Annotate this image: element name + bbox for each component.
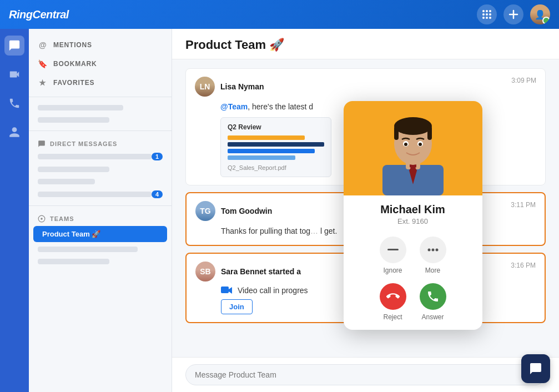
svg-rect-19 — [427, 126, 432, 140]
user-avatar-header[interactable]: 👤 — [530, 4, 550, 24]
dm-placeholder-4 — [38, 192, 152, 197]
svg-point-1 — [486, 10, 488, 12]
team-product-team[interactable]: Product Team 🚀 — [33, 226, 167, 242]
svg-point-4 — [486, 13, 488, 16]
avatar-lisa: LN — [195, 77, 215, 97]
more-label: More — [425, 267, 440, 274]
nav-sidebar: @ MENTIONS 🔖 BOOKMARK ★ FAVORITES DIRECT… — [29, 29, 172, 392]
bookmark-item[interactable]: 🔖 BOOKMARK — [29, 54, 172, 73]
svg-point-26 — [431, 249, 434, 252]
svg-rect-24 — [387, 249, 399, 250]
caller-face-svg — [374, 104, 452, 195]
svg-point-25 — [427, 249, 430, 252]
messages-nav-button[interactable] — [4, 36, 24, 56]
header-actions: 👤 — [477, 4, 550, 24]
phone-nav-button[interactable] — [4, 93, 24, 113]
app-header: RingCentral 👤 — [0, 0, 559, 29]
answer-icon-circle — [420, 283, 446, 310]
svg-point-17 — [394, 117, 432, 135]
nav-placeholder-6 — [38, 259, 109, 264]
contacts-nav-button[interactable] — [4, 122, 24, 142]
reject-button[interactable]: Reject — [380, 283, 406, 321]
direct-messages-header: DIRECT MESSAGES — [29, 135, 172, 150]
ignore-icon-circle — [380, 237, 406, 263]
answer-label: Answer — [421, 313, 444, 321]
svg-point-8 — [489, 17, 491, 19]
app-logo: RingCentral — [9, 8, 69, 21]
svg-rect-18 — [394, 126, 399, 140]
caller-photo — [344, 101, 482, 195]
nav-placeholder-5 — [38, 247, 138, 252]
svg-point-0 — [482, 10, 485, 12]
join-button[interactable]: Join — [221, 299, 253, 314]
avatar-tom: TG — [195, 201, 215, 221]
msg-sender-2: Tom Goodwin — [221, 207, 272, 215]
bar-3 — [228, 149, 315, 153]
msg-sender-3: Sara Bennet started a — [221, 267, 301, 276]
mentions-item[interactable]: @ MENTIONS — [29, 36, 172, 54]
svg-point-3 — [482, 13, 485, 16]
dm-item-4[interactable]: 4 — [38, 190, 163, 198]
teams-header: TEAMS — [29, 210, 172, 225]
dm-placeholder-1 — [38, 154, 152, 159]
nav-divider-3 — [29, 205, 172, 206]
bar-4 — [228, 155, 295, 160]
main-layout: @ MENTIONS 🔖 BOOKMARK ★ FAVORITES DIRECT… — [0, 29, 559, 392]
caller-info: Michael Kim Ext. 9160 — [344, 195, 482, 230]
bookmark-icon: 🔖 — [38, 59, 48, 69]
reject-label: Reject — [383, 313, 402, 321]
star-icon: ★ — [38, 78, 48, 88]
more-button[interactable]: More — [420, 237, 446, 274]
svg-point-7 — [486, 17, 488, 19]
content-header: Product Team 🚀 — [172, 29, 559, 59]
dm-badge-2: 4 — [152, 190, 163, 198]
page-title: Product Team 🚀 — [185, 38, 546, 52]
msg-time-3: 3:16 PM — [511, 262, 536, 269]
attachment-title: Q2 Review — [228, 123, 324, 131]
more-icon-circle — [420, 237, 446, 263]
video-call-label: Video call in progres — [238, 286, 308, 295]
bar-1 — [228, 135, 305, 140]
favorites-item[interactable]: ★ FAVORITES — [29, 73, 172, 92]
svg-point-2 — [489, 10, 491, 12]
answer-button[interactable]: Answer — [420, 283, 446, 321]
call-primary-actions: Reject Answer — [344, 279, 482, 330]
icon-sidebar — [0, 29, 29, 392]
call-overlay: Michael Kim Ext. 9160 Ignore — [344, 101, 482, 330]
dm-item-1[interactable]: 1 — [38, 153, 163, 160]
svg-point-22 — [404, 143, 407, 146]
bar-2 — [228, 142, 324, 147]
msg-time-1: 3:09 PM — [511, 77, 536, 84]
msg-time-2: 3:11 PM — [511, 201, 536, 209]
caller-name: Michael Kim — [352, 203, 474, 216]
nav-divider-1 — [29, 97, 172, 97]
file-attachment-1[interactable]: Q2 Review Q2_Sales_Report.pdf — [220, 117, 331, 177]
svg-point-23 — [419, 143, 422, 146]
video-nav-button[interactable] — [4, 64, 24, 84]
svg-point-10 — [41, 218, 43, 220]
ignore-label: Ignore — [383, 267, 402, 274]
video-call-icon — [221, 286, 233, 295]
svg-point-6 — [482, 17, 485, 19]
chart-bars — [228, 135, 324, 160]
msg-header-1: LN Lisa Nyman — [195, 77, 536, 97]
nav-placeholder-1 — [38, 105, 123, 110]
svg-rect-11 — [221, 287, 229, 293]
svg-point-5 — [489, 13, 491, 16]
ignore-button[interactable]: Ignore — [380, 237, 406, 274]
caller-ext: Ext. 9160 — [352, 217, 474, 225]
add-button[interactable] — [503, 4, 523, 24]
nav-placeholder-3 — [38, 167, 109, 172]
message-input[interactable] — [185, 364, 546, 385]
content-area: Product Team 🚀 3:09 PM LN Lisa Nyman @Te… — [172, 29, 559, 392]
nav-placeholder-4 — [38, 179, 95, 184]
reject-icon-circle — [380, 283, 406, 310]
call-secondary-actions: Ignore More — [344, 230, 482, 279]
message-input-area — [172, 357, 559, 392]
dm-badge-1: 1 — [152, 153, 163, 160]
nav-placeholder-2 — [38, 117, 109, 123]
floating-chat-button[interactable] — [521, 354, 550, 383]
msg-mention-1: @Team — [220, 102, 248, 111]
msg-sender-1: Lisa Nyman — [220, 82, 264, 91]
grid-button[interactable] — [477, 4, 497, 24]
